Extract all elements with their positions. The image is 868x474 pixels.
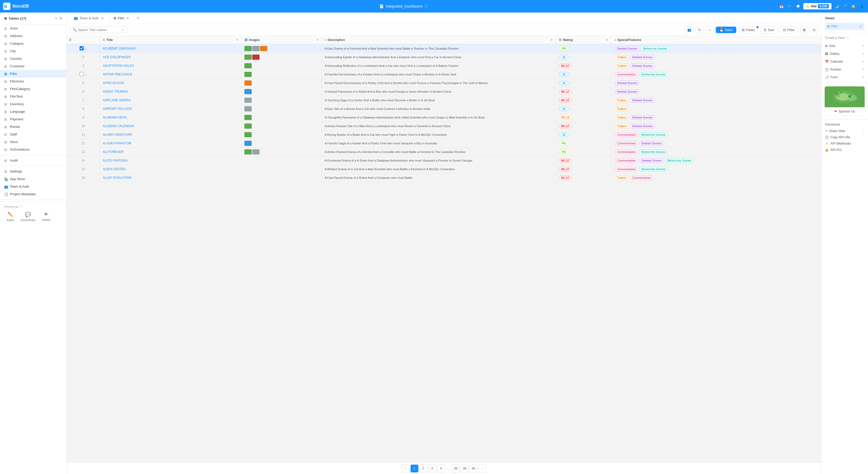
pagination-prev[interactable]: ‹ (402, 465, 409, 472)
sidebar-item-filmcategory[interactable]: ⊞FilmCategory (0, 85, 66, 93)
sidebar-item-country[interactable]: ⊞Country (0, 55, 66, 62)
col-header-images[interactable]: 🖼 images ▼ (242, 36, 322, 44)
sidebar-project-metadata[interactable]: 📋 Project Metadata (0, 190, 66, 198)
calendar-plus-icon[interactable]: + (862, 59, 864, 64)
pagination-page-2[interactable]: 2 (420, 465, 427, 472)
twitter-icon[interactable]: 🐦 (786, 3, 793, 9)
sidebar-item-customer[interactable]: ⊞Customer (0, 62, 66, 70)
tab-film[interactable]: ⊞ Film ✕ (110, 14, 134, 23)
sidebar-item-staff[interactable]: ⊞Staff (0, 130, 66, 138)
sidebar-item-xcevolutions[interactable]: ⊞XcEvolutions (0, 146, 66, 153)
film-title-link[interactable]: AFRICAN EGG (103, 81, 124, 85)
view-type-grid[interactable]: ⊞ Grid + (821, 42, 868, 50)
sidebar-item-filmtext[interactable]: ⊞FilmText (0, 93, 66, 100)
row-title-cell[interactable]: ALASKA PHANTOM (100, 139, 242, 148)
gallery-plus-icon[interactable]: + (862, 52, 864, 56)
refresh-button[interactable]: ↻ (696, 26, 704, 33)
film-title-link[interactable]: ALICE FANTASIA (103, 159, 128, 162)
expand-view-button[interactable]: ⊡ (810, 26, 818, 33)
sidebar-item-film[interactable]: ⊞Film (0, 70, 66, 78)
sidebar-item-category[interactable]: ⊞Category (0, 40, 66, 47)
row-title-cell[interactable]: ACE GOLDFINGER (100, 53, 242, 62)
pagination-page-39[interactable]: 39 (461, 465, 468, 472)
film-title-link[interactable]: AGENT TRUMAN (103, 90, 128, 93)
add-table-icon[interactable]: ＋ (54, 16, 58, 21)
preview-viewer-tab[interactable]: 👁 Viewer (39, 211, 53, 223)
sort-button[interactable]: ⇅ Sort (760, 26, 777, 33)
row-title-cell[interactable]: ALLEY EVOLUTION (100, 174, 242, 182)
sidebar-team-auth[interactable]: 👥 Team & Auth (0, 183, 66, 190)
row-title-cell[interactable]: ALI FOREVER (100, 148, 242, 156)
pagination-next[interactable]: › (478, 465, 486, 472)
row-title-cell[interactable]: AFRICAN EGG (100, 79, 242, 87)
sidebar-item-store[interactable]: ⊞Store (0, 138, 66, 146)
moon-icon[interactable]: 🌙 (834, 3, 840, 9)
film-title-link[interactable]: ACE GOLDFINGER (103, 55, 131, 59)
view-type-kanban[interactable]: 📋 Kanban + (821, 65, 868, 73)
row-title-cell[interactable]: ALIEN CENTER (100, 165, 242, 174)
pagination-page-1[interactable]: 1 (410, 465, 418, 472)
expand-row-icon[interactable]: ⤢ (85, 73, 87, 77)
sidebar-item-inventory[interactable]: ⊞Inventory (0, 100, 66, 108)
film-title-link[interactable]: AIRPORT POLLOCK (103, 107, 132, 111)
row-title-cell[interactable]: ACADEMY DINOSAUR (100, 44, 242, 53)
film-tab-close[interactable]: ✕ (126, 16, 130, 21)
sidebar-settings[interactable]: ⚙ Settings (0, 168, 66, 175)
app-logo[interactable]: N NocoDB (3, 3, 29, 10)
team-auth-tab-close[interactable]: ✕ (100, 16, 104, 21)
user-icon[interactable]: 👤 (859, 3, 865, 9)
sidebar-item-actor[interactable]: ⊞Actor (0, 25, 66, 32)
row-title-cell[interactable]: ALABAMA DEVIL (100, 113, 242, 122)
sidebar-item-filmactor[interactable]: ⊞FilmActor (0, 78, 66, 85)
view-item-film[interactable]: ⊞ Film ✓ (825, 23, 864, 30)
row-title-cell[interactable]: ADAPTATION HOLES (100, 62, 242, 70)
sidebar-item-rental[interactable]: ⊞Rental (0, 123, 66, 130)
film-title-link[interactable]: AFFAIR PREJUDICE (103, 72, 132, 76)
col-header-special[interactable]: ≡ SpecialFeatures (611, 36, 821, 44)
row-title-cell[interactable]: AIRPORT POLLOCK (100, 105, 242, 113)
advanced-share-view[interactable]: ↗ Share View ⋮ (825, 128, 864, 134)
film-title-link[interactable]: AIRPLANE SIERRA (103, 98, 131, 102)
sidebar-item-audit[interactable]: ⊞ Audit (0, 157, 66, 164)
add-tab-button[interactable]: + (135, 14, 141, 22)
discord-icon[interactable]: 💬 (795, 3, 801, 9)
view-type-gallery[interactable]: 🖼 Gallery + (821, 50, 868, 58)
row-title-cell[interactable]: ALADDIN CALENDAR (100, 122, 242, 130)
view-type-calendar[interactable]: 📅 Calendar + (821, 58, 868, 65)
save-button[interactable]: 💾 Save (716, 27, 736, 33)
kanban-plus-icon[interactable]: + (862, 67, 864, 72)
row-title-cell[interactable]: ALICE FANTASIA (100, 156, 242, 165)
pagination-page-40[interactable]: 40 (469, 465, 477, 472)
expand-row-icon[interactable]: ⤢ (85, 48, 87, 51)
fields-button[interactable]: ⊞ Fields (738, 26, 758, 33)
preview-commenter-tab[interactable]: 💬 Commenter (18, 211, 38, 223)
film-title-link[interactable]: ACADEMY DINOSAUR (103, 47, 135, 50)
delete-button[interactable]: 🗑 (800, 26, 808, 33)
sidebar-item-payment[interactable]: ⊞Payment (0, 115, 66, 123)
col-header-rating[interactable]: ⚙ Rating ▼ (556, 36, 612, 44)
row-title-cell[interactable]: AIRPLANE SIERRA (100, 96, 242, 105)
film-title-link[interactable]: ALAMO VIDEOTAPE (103, 133, 132, 137)
film-title-link[interactable]: ALI FOREVER (103, 150, 123, 154)
collapse-sidebar-icon[interactable]: ∧ (59, 16, 62, 21)
sidebar-item-address[interactable]: ⊞Address (0, 32, 66, 40)
search-input[interactable] (78, 28, 121, 32)
share-button[interactable]: 👥 (685, 26, 694, 33)
film-title-link[interactable]: ADAPTATION HOLES (103, 64, 134, 68)
preview-editor-tab[interactable]: ✏️ Editor (4, 211, 17, 223)
row-title-cell[interactable]: ALAMO VIDEOTAPE (100, 130, 242, 139)
advanced-acl[interactable]: 🔒 API ACL (825, 147, 864, 153)
search-box[interactable]: 🔍 ▼ (70, 27, 127, 33)
pagination-page-4[interactable]: 4 (437, 465, 445, 472)
tab-team-auth[interactable]: 👥 Team & Auth ✕ (70, 14, 108, 23)
sponsor-button[interactable]: ❤ Sponsor Us (825, 107, 865, 115)
row-checkbox[interactable] (80, 46, 84, 50)
pagination-page-38[interactable]: 38 (452, 465, 460, 472)
magic-icon[interactable]: 🪄 (842, 3, 848, 9)
share-view-more-icon[interactable]: ⋮ (861, 129, 864, 133)
row-checkbox[interactable] (80, 72, 84, 76)
col-header-title[interactable]: A Title ▼ (100, 36, 242, 44)
view-type-form[interactable]: 📝 Form + (821, 73, 868, 81)
sidebar-item-language[interactable]: ⊞Language (0, 108, 66, 115)
filter-button[interactable]: ⊟ Filter (780, 26, 798, 33)
